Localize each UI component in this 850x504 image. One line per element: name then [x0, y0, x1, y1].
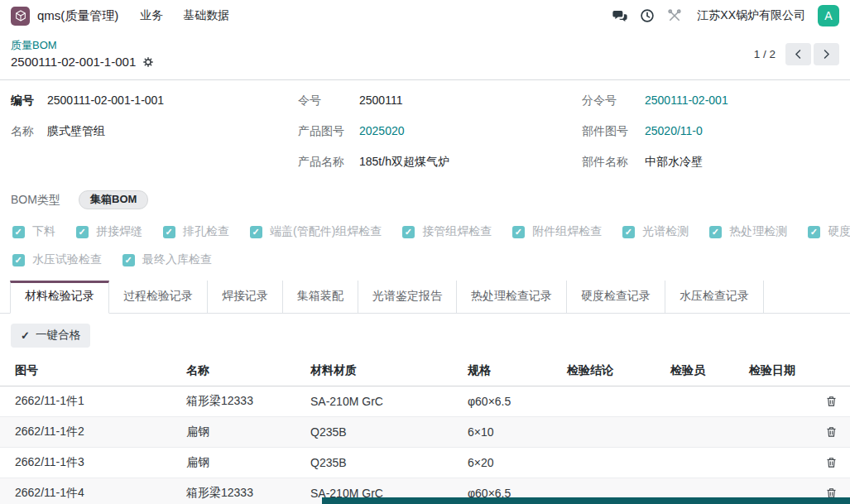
checkbox-item: 拼接焊缝	[76, 224, 142, 239]
checkbox-checked-icon[interactable]	[163, 226, 175, 238]
one-click-pass-button[interactable]: ✓ 一键合格	[11, 324, 90, 348]
field-value-name: 膜式壁管组	[47, 124, 105, 138]
column-header-inspection-date[interactable]: 检验日期	[734, 356, 813, 386]
inspection-checkboxes-row-2: 水压试验检查 最终入库检查	[0, 252, 850, 267]
checkbox-checked-icon[interactable]	[512, 226, 525, 238]
checkbox-item: 排孔检查	[163, 224, 229, 239]
menu-business[interactable]: 业务	[140, 8, 163, 23]
checkbox-item: 最终入库检查	[122, 252, 212, 267]
checkbox-item: 端盖(管配件)组焊检查	[250, 224, 382, 239]
company-name[interactable]: 江苏XX锅炉有限公司	[697, 8, 805, 23]
checkbox-item: 水压试验检查	[12, 252, 102, 267]
checkbox-item: 热处理检测	[709, 224, 787, 239]
field-value-part-drawing[interactable]: 25020/11-0	[645, 124, 703, 138]
record-pager: 1 / 2	[754, 43, 839, 65]
field-label-part-name: 部件名称	[582, 155, 645, 169]
inspection-checkboxes-row-1: 下料 拼接焊缝 排孔检查 端盖(管配件)组焊检查 接管组焊检查 附件组焊检查 光…	[0, 224, 850, 239]
pager-next-button[interactable]	[814, 43, 839, 65]
field-label-order-no: 令号	[298, 94, 359, 108]
checkbox-checked-icon[interactable]	[402, 226, 415, 238]
trash-icon	[825, 456, 838, 468]
field-label-part-drawing: 部件图号	[582, 124, 645, 138]
pager-count: 1 / 2	[754, 48, 776, 60]
topbar: qms(质量管理) 业务 基础数据 江苏XX锅炉有限公司 A	[0, 0, 850, 31]
clock-icon[interactable]	[640, 8, 655, 23]
field-value-product-name: 185t/h双超煤气炉	[359, 155, 449, 169]
tab-process-inspection-records[interactable]: 过程检验记录	[109, 281, 208, 313]
breadcrumb-current-record: 2500111-02-001-1-001	[11, 53, 136, 71]
tab-spectral-identification-report[interactable]: 光谱鉴定报告	[358, 281, 457, 313]
field-label-product-drawing: 产品图号	[298, 124, 359, 138]
checkbox-checked-icon[interactable]	[622, 226, 635, 238]
checkbox-item: 附件组焊检查	[512, 224, 602, 239]
form-fields: 编号 2500111-02-001-1-001 名称 膜式壁管组 令号 2500…	[0, 94, 850, 185]
trash-icon	[825, 425, 838, 438]
field-value-product-drawing[interactable]: 2025020	[359, 124, 405, 138]
pager-prev-button[interactable]	[785, 43, 811, 65]
column-header-inspector[interactable]: 检验员	[656, 356, 734, 386]
tab-material-inspection-records[interactable]: 材料检验记录	[10, 281, 109, 314]
tools-icon[interactable]	[667, 8, 682, 23]
top-navigation: 业务 基础数据	[140, 8, 229, 23]
checkbox-item: 接管组焊检查	[402, 224, 492, 239]
column-header-material[interactable]: 材料材质	[295, 356, 453, 386]
checkbox-checked-icon[interactable]	[709, 226, 722, 238]
table-header-row: 图号 名称 材料材质 规格 检验结论 检验员 检验日期	[0, 356, 850, 386]
bom-form: 编号 2500111-02-001-1-001 名称 膜式壁管组 令号 2500…	[0, 80, 850, 504]
messages-icon[interactable]	[612, 8, 627, 23]
field-label-sub-order-no: 分令号	[582, 94, 645, 108]
bom-type-label: BOM类型	[11, 193, 79, 208]
table-row[interactable]: 2662/11-1件1 箱形梁12333 SA-210M GrC φ60×6.5	[0, 386, 850, 417]
trash-icon	[825, 395, 838, 407]
checkbox-item: 下料	[12, 224, 55, 239]
app-logo-icon[interactable]	[11, 7, 30, 26]
column-header-spec[interactable]: 规格	[453, 356, 552, 386]
column-header-conclusion[interactable]: 检验结论	[552, 356, 656, 386]
tab-hydrostatic-inspection-records[interactable]: 水压检查记录	[665, 281, 764, 313]
user-avatar[interactable]: A	[818, 5, 839, 26]
material-inspection-tab-content: ✓ 一键合格 图号 名称 材料材质 规格 检验结论 检验员 检验	[0, 314, 850, 504]
column-header-drawing-no[interactable]: 图号	[0, 356, 171, 386]
field-value-sub-order-no[interactable]: 2500111-02-001	[645, 94, 728, 108]
checkbox-checked-icon[interactable]	[122, 254, 135, 266]
partial-bottom-bar	[322, 497, 850, 504]
bom-type-row: BOM类型 集箱BOM	[0, 190, 850, 209]
table-row[interactable]: 2662/11-1件3 扁钢 Q235B 6×20	[0, 448, 850, 478]
checkbox-checked-icon[interactable]	[250, 226, 262, 238]
material-inspection-table: 图号 名称 材料材质 规格 检验结论 检验员 检验日期 2662/11-1件1 …	[0, 356, 850, 504]
breadcrumb-bar: 质量BOM 2500111-02-001-1-001 1 / 2	[0, 31, 850, 80]
app-name-menu[interactable]: qms(质量管理)	[37, 8, 118, 24]
breadcrumb-parent-link[interactable]: 质量BOM	[11, 37, 154, 53]
checkmark-icon: ✓	[21, 329, 30, 342]
breadcrumb: 质量BOM 2500111-02-001-1-001	[11, 37, 154, 71]
table-row[interactable]: 2662/11-1件2 扁钢 Q235B 6×10	[0, 417, 850, 448]
checkbox-checked-icon[interactable]	[12, 254, 25, 266]
checkbox-checked-icon[interactable]	[808, 226, 820, 238]
tab-hardness-inspection-records[interactable]: 硬度检查记录	[567, 281, 665, 313]
tab-header-assembly[interactable]: 集箱装配	[283, 281, 358, 313]
checkbox-item: 光谱检测	[622, 224, 689, 239]
record-tabs: 材料检验记录 过程检验记录 焊接记录 集箱装配 光谱鉴定报告 热处理检查记录 硬…	[0, 281, 850, 314]
bom-type-badge: 集箱BOM	[79, 190, 148, 209]
column-header-actions	[813, 356, 850, 386]
delete-row-button[interactable]	[822, 393, 841, 409]
topbar-right: 江苏XX锅炉有限公司 A	[612, 5, 839, 26]
field-label-product-name: 产品名称	[298, 155, 359, 169]
delete-row-button[interactable]	[822, 424, 841, 439]
field-label-name: 名称	[11, 124, 47, 138]
checkbox-checked-icon[interactable]	[76, 226, 89, 238]
field-label-code: 编号	[11, 94, 47, 108]
gear-icon[interactable]	[142, 56, 154, 68]
checkbox-item: 硬度检查	[808, 224, 850, 239]
delete-row-button[interactable]	[822, 454, 841, 470]
field-value-order-no: 2500111	[359, 94, 402, 108]
column-header-name[interactable]: 名称	[171, 356, 295, 386]
tab-welding-records[interactable]: 焊接记录	[208, 281, 283, 313]
checkbox-checked-icon[interactable]	[12, 226, 25, 238]
field-value-code: 2500111-02-001-1-001	[47, 94, 164, 108]
menu-base-data[interactable]: 基础数据	[183, 8, 229, 23]
field-value-part-name: 中部水冷壁	[645, 155, 703, 169]
tab-heat-treatment-inspection-records[interactable]: 热处理检查记录	[457, 281, 567, 313]
